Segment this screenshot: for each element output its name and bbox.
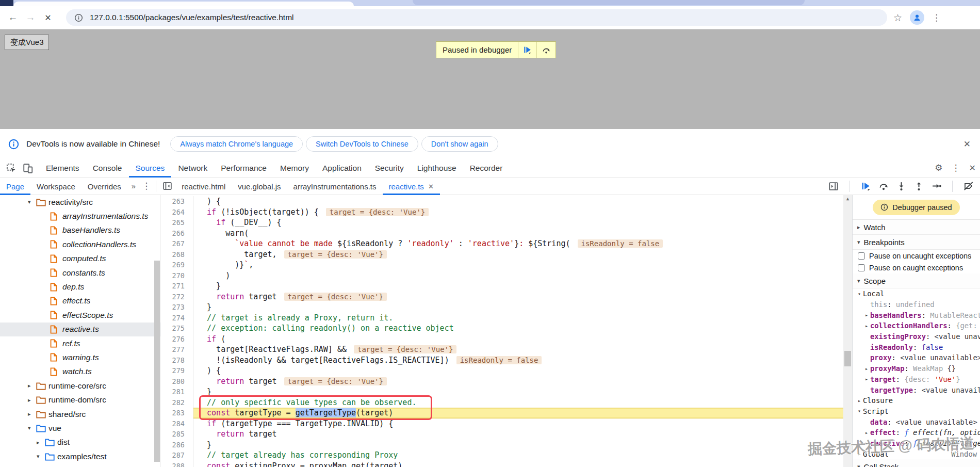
collapsed-arrow-icon[interactable]: ▸ <box>856 398 863 404</box>
expanded-arrow-icon[interactable]: ▾ <box>856 408 863 414</box>
line-number[interactable]: 267 <box>161 238 193 249</box>
code-line-274[interactable]: 274 // target is already a Proxy, return… <box>161 313 843 324</box>
code-line-269[interactable]: 269 )}`, <box>161 260 843 270</box>
code-line-281[interactable]: 281 } <box>161 387 843 397</box>
call-stack-section-header[interactable]: ▾ Call Stack <box>853 459 980 467</box>
checkbox-unchecked[interactable] <box>858 264 865 271</box>
navigator-tab-workspace[interactable]: Workspace <box>30 178 81 195</box>
devtools-tab-elements[interactable]: Elements <box>39 159 86 178</box>
code-line-284[interactable]: 284 if (targetType === TargetType.INVALI… <box>161 418 843 429</box>
tree-file-arrayInstrumentations.ts[interactable]: arrayInstrumentations.ts <box>0 209 160 223</box>
line-number[interactable]: 288 <box>161 461 193 467</box>
scope-data[interactable]: data: <value unavailable> <box>853 416 980 427</box>
close-file-tab-icon[interactable]: ✕ <box>428 183 434 190</box>
line-number[interactable]: 281 <box>161 387 193 397</box>
code-line-280[interactable]: 280 return targettarget = {desc: 'Vue'} <box>161 376 843 387</box>
toggle-sidebar-icon[interactable] <box>828 181 839 191</box>
settings-gear-icon[interactable]: ⚙ <box>935 163 942 173</box>
line-number[interactable]: 273 <box>161 302 193 313</box>
browser-tab[interactable] <box>13 2 354 6</box>
tree-folder-runtime-core/src[interactable]: ▸runtime-core/src <box>0 379 160 393</box>
line-number[interactable]: 285 <box>161 429 193 440</box>
step-out-icon[interactable] <box>914 181 924 191</box>
line-number[interactable]: 268 <box>161 249 193 260</box>
scope-existingProxy[interactable]: existingProxy: <value unavailable> <box>853 331 980 342</box>
code-line-286[interactable]: 286 } <box>161 440 843 450</box>
more-tabs-chevrons-icon[interactable]: » <box>127 182 140 190</box>
scope-proxyMap[interactable]: ▸proxyMap: WeakMap {} <box>853 363 980 374</box>
devtools-tab-console[interactable]: Console <box>86 159 129 178</box>
collapsed-arrow-icon[interactable]: ▸ <box>28 411 36 417</box>
profile-avatar[interactable] <box>910 10 924 25</box>
code-line-285[interactable]: 285 return target <box>161 429 843 440</box>
devtools-menu-icon[interactable]: ⋮ <box>952 163 960 173</box>
collapsed-arrow-icon[interactable]: ▸ <box>28 382 36 389</box>
line-number[interactable]: 276 <box>161 334 193 345</box>
expanded-arrow-icon[interactable]: ▾ <box>28 199 36 205</box>
collapsed-arrow-icon[interactable]: ▸ <box>863 312 870 318</box>
tree-folder-examples/test[interactable]: ▾examples/test <box>0 449 160 463</box>
line-number[interactable]: 287 <box>161 450 193 461</box>
code-line-264[interactable]: 264 if (!isObject(target)) {target = {de… <box>161 207 843 218</box>
tree-folder-runtime-dom/src[interactable]: ▸runtime-dom/src <box>0 393 160 407</box>
line-number[interactable]: 263 <box>161 196 193 207</box>
line-number[interactable]: 264 <box>161 207 193 218</box>
code-line-287[interactable]: 287 // target already has corresponding … <box>161 450 843 461</box>
tree-file-dep.ts[interactable]: dep.ts <box>0 280 160 294</box>
scope-proxy[interactable]: proxy: <value unavailable> <box>853 352 980 363</box>
line-number[interactable]: 278 <box>161 355 193 366</box>
deactivate-breakpoints-icon[interactable] <box>963 181 974 191</box>
tree-scrollbar-thumb[interactable] <box>154 261 160 462</box>
line-number[interactable]: 286 <box>161 440 193 450</box>
checkbox-unchecked[interactable] <box>858 252 865 260</box>
line-number[interactable]: 270 <box>161 270 193 281</box>
editor-scrollbar[interactable]: ▲ <box>843 195 852 467</box>
devtools-close-icon[interactable]: ✕ <box>969 163 976 173</box>
tree-folder-shared/src[interactable]: ▸shared/src <box>0 407 160 421</box>
tree-file-computed.ts[interactable]: computed.ts <box>0 252 160 266</box>
page-button-vue3[interactable]: 变成Vue3 <box>5 35 49 50</box>
devtools-tab-memory[interactable]: Memory <box>273 159 316 178</box>
expanded-arrow-icon[interactable]: ▾ <box>857 239 860 246</box>
devtools-tab-application[interactable]: Application <box>316 159 368 178</box>
infobar-button[interactable]: Switch DevTools to Chinese <box>306 136 418 152</box>
tree-file-collectionHandlers.ts[interactable]: collectionHandlers.ts <box>0 237 160 251</box>
code-line-273[interactable]: 273 } <box>161 302 843 313</box>
tree-file-baseHandlers.ts[interactable]: baseHandlers.ts <box>0 223 160 237</box>
infobar-close-icon[interactable]: ✕ <box>963 139 972 150</box>
line-number[interactable]: 266 <box>161 228 193 239</box>
collapsed-arrow-icon[interactable]: ▸ <box>863 430 870 436</box>
code-line-271[interactable]: 271 } <box>161 281 843 292</box>
file-tab-arrayInstrumentations.ts[interactable]: arrayInstrumentations.ts <box>287 178 383 195</box>
code-line-265[interactable]: 265 if (__DEV__) { <box>161 217 843 228</box>
file-tab-vue.global.js[interactable]: vue.global.js <box>232 178 287 195</box>
code-line-272[interactable]: 272 return targettarget = {desc: 'Vue'} <box>161 292 843 302</box>
scope-target[interactable]: ▸target: {desc: 'Vue'} <box>853 374 980 385</box>
line-number[interactable]: 274 <box>161 313 193 324</box>
collapsed-arrow-icon[interactable]: ▸ <box>28 397 36 404</box>
line-number[interactable]: 269 <box>161 260 193 270</box>
scope-targetType[interactable]: targetType: <value unavailable> <box>853 384 980 395</box>
collapsed-arrow-icon[interactable]: ▸ <box>863 366 870 372</box>
tree-file-effect.ts[interactable]: effect.ts <box>0 294 160 308</box>
scope-isReadonly[interactable]: isReadonly: false <box>853 342 980 352</box>
collapsed-arrow-icon[interactable]: ▸ <box>863 376 870 382</box>
scroll-up-arrow-icon[interactable]: ▲ <box>843 196 852 201</box>
line-number[interactable]: 272 <box>161 292 193 302</box>
devtools-tab-recorder[interactable]: Recorder <box>463 159 510 178</box>
back-icon[interactable]: ← <box>4 12 22 23</box>
scope-section-header[interactable]: ▾ Scope <box>853 273 980 288</box>
devtools-tab-security[interactable]: Security <box>368 159 411 178</box>
code-line-288[interactable]: 288 const existingProxy = proxyMap.get(t… <box>161 461 843 467</box>
navigator-tab-page[interactable]: Page <box>0 178 30 195</box>
tree-file-ref.ts[interactable]: ref.ts <box>0 336 160 350</box>
navigator-tab-overrides[interactable]: Overrides <box>81 178 127 195</box>
code-line-266[interactable]: 266 warn( <box>161 228 843 239</box>
code-line-275[interactable]: 275 // exception: calling readonly() on … <box>161 323 843 334</box>
scope-collectionHandlers[interactable]: ▸collectionHandlers: {get: <box>853 320 980 331</box>
stop-reload-icon[interactable]: ✕ <box>39 13 57 23</box>
file-tab-reactive.ts[interactable]: reactive.ts✕ <box>383 178 440 195</box>
line-number[interactable]: 284 <box>161 418 193 429</box>
devtools-tab-performance[interactable]: Performance <box>214 159 273 178</box>
line-number[interactable]: 282 <box>161 397 193 408</box>
